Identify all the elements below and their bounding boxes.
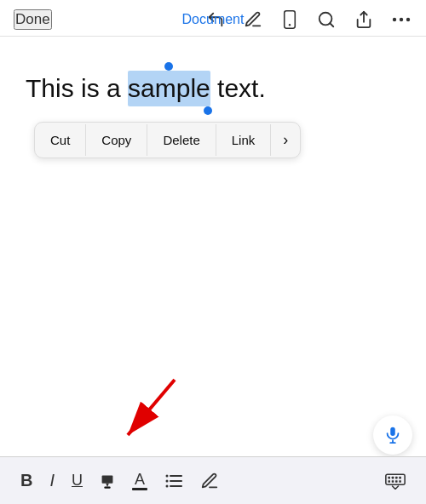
svg-line-3 xyxy=(330,23,333,26)
more-icon xyxy=(392,17,411,22)
keyboard-button[interactable] xyxy=(377,467,414,495)
keyboard-icon xyxy=(385,472,406,490)
pen-markup-icon xyxy=(200,472,219,490)
content-area: This is a sample text. Cut Copy Delete L… xyxy=(0,37,426,175)
selection-handle-bottom xyxy=(204,106,212,115)
svg-rect-24 xyxy=(392,476,394,478)
svg-rect-29 xyxy=(395,480,398,483)
pen-icon xyxy=(244,10,262,29)
svg-point-20 xyxy=(166,479,169,482)
top-bar: Done Document xyxy=(0,0,426,37)
selected-word-text: sample xyxy=(128,74,210,102)
delete-button[interactable]: Delete xyxy=(147,124,216,156)
svg-rect-10 xyxy=(390,427,395,436)
italic-button[interactable]: I xyxy=(41,466,63,495)
list-button[interactable] xyxy=(156,468,192,494)
copy-button[interactable]: Copy xyxy=(86,124,147,156)
text-before: This is a xyxy=(26,74,128,102)
highlight-icon xyxy=(98,472,117,490)
underline-icon: U xyxy=(72,472,83,490)
svg-rect-22 xyxy=(386,474,405,484)
context-menu: Cut Copy Delete Link › xyxy=(34,122,301,158)
selected-word[interactable]: sample xyxy=(128,71,210,106)
svg-rect-26 xyxy=(399,476,401,478)
highlight-button[interactable] xyxy=(91,467,124,495)
svg-line-9 xyxy=(128,380,175,435)
red-arrow-indicator xyxy=(111,371,196,451)
svg-point-7 xyxy=(406,18,410,21)
link-button[interactable]: Link xyxy=(216,124,272,156)
bold-button[interactable]: B xyxy=(12,466,41,495)
search-icon xyxy=(317,10,336,29)
pen-markup-button[interactable] xyxy=(192,467,227,495)
italic-label: I xyxy=(49,471,55,490)
phone-view-button[interactable] xyxy=(279,9,300,31)
more-button[interactable] xyxy=(390,15,412,24)
svg-rect-28 xyxy=(392,480,394,483)
share-button[interactable] xyxy=(353,9,375,31)
markup-button[interactable] xyxy=(242,9,264,31)
svg-point-21 xyxy=(166,484,169,487)
svg-rect-25 xyxy=(395,476,398,478)
search-button[interactable] xyxy=(315,9,337,31)
selection-handle-top xyxy=(164,62,173,71)
svg-rect-13 xyxy=(102,475,113,483)
text-after: text. xyxy=(210,74,266,102)
font-color-icon: A xyxy=(132,472,147,490)
svg-point-5 xyxy=(393,18,396,21)
font-color-button[interactable]: A xyxy=(124,467,156,495)
svg-rect-23 xyxy=(388,476,390,478)
share-icon xyxy=(354,10,373,29)
document-title: Document xyxy=(182,12,245,27)
underline-label: U xyxy=(72,472,83,490)
svg-point-19 xyxy=(166,474,169,477)
bottom-toolbar: B I U A xyxy=(0,456,426,504)
microphone-button[interactable] xyxy=(373,415,412,455)
svg-point-6 xyxy=(400,18,403,21)
svg-rect-27 xyxy=(388,480,390,483)
list-icon xyxy=(164,473,183,489)
microphone-icon xyxy=(383,426,402,444)
done-button[interactable]: Done xyxy=(14,9,52,30)
svg-rect-30 xyxy=(399,480,401,483)
more-context-button[interactable]: › xyxy=(271,123,300,158)
main-text: This is a sample text. xyxy=(26,71,400,106)
underline-button[interactable]: U xyxy=(63,467,91,495)
bold-label: B xyxy=(20,471,32,490)
svg-rect-15 xyxy=(104,486,110,488)
cut-button[interactable]: Cut xyxy=(35,124,86,156)
phone-icon xyxy=(281,10,298,29)
